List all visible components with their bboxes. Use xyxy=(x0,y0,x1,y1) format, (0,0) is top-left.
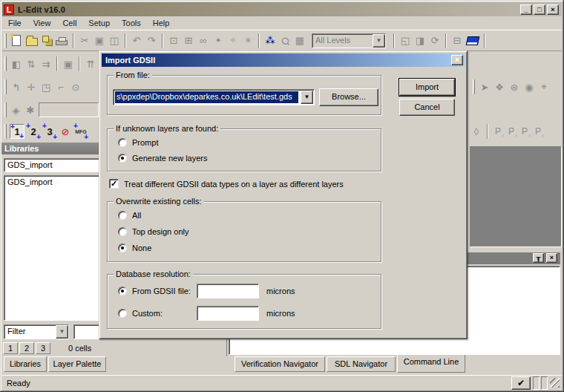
port-poly-tool-icon[interactable]: P xyxy=(505,126,518,137)
dialog-titlebar[interactable]: Import GDSII × xyxy=(102,53,465,67)
radio-prompt-label[interactable]: Prompt xyxy=(132,138,158,147)
radio-from-gdsii-file-label[interactable]: From GDSII file: xyxy=(132,287,191,295)
zoom-box-icon[interactable]: ⊡ xyxy=(167,34,180,48)
port-box-tool-icon[interactable]: P xyxy=(491,126,505,137)
menu-cell[interactable]: Cell xyxy=(56,17,82,29)
pan-tool-icon[interactable]: ➤ xyxy=(478,80,491,94)
magnifier-icon[interactable]: Ϙ xyxy=(275,31,294,50)
tab-sdl-navigator[interactable]: SDL Navigator xyxy=(327,356,396,372)
boolean-tool-icon[interactable]: ◳ xyxy=(39,80,53,94)
window-titlebar[interactable]: L L-Edit v16.0 _ □ × xyxy=(2,2,562,16)
datatypes-checkbox-label[interactable]: Treat different GDSII data types on a la… xyxy=(124,180,344,189)
chevron-down-icon[interactable]: ▼ xyxy=(56,325,68,339)
toolbar-grip[interactable] xyxy=(4,33,7,48)
cut-icon[interactable]: ✂ xyxy=(78,34,91,48)
cancel-button[interactable]: Cancel xyxy=(399,99,455,116)
minimize-button[interactable]: _ xyxy=(520,4,532,15)
base-point-1-button[interactable]: 1 xyxy=(10,124,24,139)
slice-tool-icon[interactable]: ✛ xyxy=(24,80,38,94)
hierarchy-levels-dropdown[interactable]: All Levels ▼ xyxy=(312,33,386,48)
select-tool-icon[interactable]: ❖ xyxy=(493,80,506,94)
star-tool-icon[interactable]: ✱ xyxy=(24,103,36,117)
radio-generate-new-layers[interactable] xyxy=(118,154,127,163)
distribute-tool-icon[interactable]: ⇅ xyxy=(24,57,38,71)
menu-file[interactable]: File xyxy=(2,17,27,29)
page-tab-2[interactable]: 2 xyxy=(19,342,34,354)
fill-grid-icon[interactable]: ▦ xyxy=(293,34,306,48)
menu-view[interactable]: View xyxy=(27,17,57,29)
mfg-grid-button[interactable]: MFG xyxy=(73,124,88,139)
datatypes-checkbox[interactable]: ✓ xyxy=(109,179,119,189)
nudge-tool-icon[interactable]: ⇉ xyxy=(39,57,53,71)
menu-help[interactable]: Help xyxy=(147,17,176,29)
open-file-icon[interactable] xyxy=(26,38,38,46)
update-window-icon[interactable]: ⟳ xyxy=(428,34,442,48)
no-snap-icon[interactable]: ⊘ xyxy=(59,125,72,138)
goto-icon[interactable]: ✧ xyxy=(226,34,240,48)
import-button[interactable]: Import xyxy=(399,79,455,96)
ruler-tool-icon[interactable]: ⌖ xyxy=(537,80,551,94)
via-tool-icon[interactable]: ◉ xyxy=(522,80,536,94)
toolbar-grip[interactable] xyxy=(4,79,7,94)
corner-tool-icon[interactable]: ↰ xyxy=(10,80,23,94)
toolbar-grip[interactable] xyxy=(473,79,475,94)
design-check-button[interactable]: ✔ xyxy=(511,376,531,390)
open-cell-icon[interactable] xyxy=(42,36,49,42)
close-button[interactable]: × xyxy=(547,4,559,15)
polygon-tool-icon[interactable]: ◊ xyxy=(470,125,483,138)
base-point-3-button[interactable]: 3 xyxy=(42,124,57,139)
radio-all-label[interactable]: All xyxy=(132,211,141,220)
copy-icon[interactable]: ▣ xyxy=(93,34,106,48)
copy-cell-icon[interactable]: ◨ xyxy=(413,34,427,48)
toolbar-grip[interactable] xyxy=(4,56,7,71)
open-special-icon[interactable]: ◱ xyxy=(399,34,412,48)
snap-tool-icon[interactable]: ◈ xyxy=(10,103,22,117)
circle-tool-icon[interactable]: ⊙ xyxy=(69,80,82,94)
page-tab-3[interactable]: 3 xyxy=(36,342,50,354)
port-point-tool-icon[interactable]: P xyxy=(531,126,545,137)
filter-dropdown[interactable]: Filter ▼ xyxy=(4,324,69,339)
layout-canvas[interactable] xyxy=(470,146,562,247)
tab-verification-navigator[interactable]: Verification Navigator xyxy=(235,356,325,372)
undo-icon[interactable]: ↶ xyxy=(130,34,143,48)
chevron-down-icon[interactable]: ▼ xyxy=(373,34,385,48)
chamfer-tool-icon[interactable]: ⌐ xyxy=(54,80,68,94)
pin-icon[interactable]: ┰ xyxy=(533,253,544,263)
radio-custom-label[interactable]: Custom: xyxy=(132,309,163,318)
toolbar-grip[interactable] xyxy=(4,102,7,117)
help-book-icon[interactable] xyxy=(466,36,480,45)
panel-close-icon[interactable]: × xyxy=(546,253,557,263)
radio-top-design-only[interactable] xyxy=(118,227,127,236)
tab-command-line[interactable]: Command Line xyxy=(397,355,465,373)
chevron-down-icon[interactable]: ▼ xyxy=(301,91,313,104)
resize-grip[interactable] xyxy=(550,378,560,388)
merge-tool-icon[interactable]: ▣ xyxy=(62,57,75,71)
radio-none-label[interactable]: None xyxy=(132,244,151,252)
maximize-button[interactable]: □ xyxy=(534,4,545,15)
radio-top-design-only-label[interactable]: Top design only xyxy=(132,227,188,236)
radio-prompt[interactable] xyxy=(118,138,127,147)
browse-button[interactable]: Browse... xyxy=(319,88,378,106)
port-line-tool-icon[interactable]: P xyxy=(518,126,531,137)
gdsii-resolution-input[interactable] xyxy=(197,284,259,298)
align-tool-icon[interactable]: ◧ xyxy=(10,57,23,71)
find-icon[interactable]: ∞ xyxy=(197,34,210,48)
wire-tool-icon[interactable]: ⊛ xyxy=(508,80,521,94)
page-tab-1[interactable]: 1 xyxy=(3,342,18,354)
rotate-tool-icon[interactable]: ⇈ xyxy=(84,57,97,71)
probe-icon[interactable]: ✳ xyxy=(241,34,255,48)
new-file-icon[interactable] xyxy=(12,35,21,46)
from-file-combo[interactable]: s\ppxdep\Dropbox\deparkes.co.uk\LEdit\te… xyxy=(113,89,315,105)
tab-libraries[interactable]: Libraries xyxy=(4,356,47,372)
cross-section-icon[interactable]: ⊟ xyxy=(450,34,464,48)
redo-icon[interactable]: ↷ xyxy=(145,34,158,48)
dialog-close-icon[interactable]: × xyxy=(451,55,463,65)
menu-tools[interactable]: Tools xyxy=(116,17,147,29)
radio-all[interactable] xyxy=(118,211,127,220)
base-point-2-button[interactable]: 2 xyxy=(26,124,41,139)
radio-custom[interactable] xyxy=(118,309,127,318)
custom-resolution-input[interactable] xyxy=(197,306,259,321)
print-icon[interactable] xyxy=(56,40,68,45)
radio-none[interactable] xyxy=(118,244,127,252)
zoom-full-icon[interactable]: ⊞ xyxy=(182,34,195,48)
